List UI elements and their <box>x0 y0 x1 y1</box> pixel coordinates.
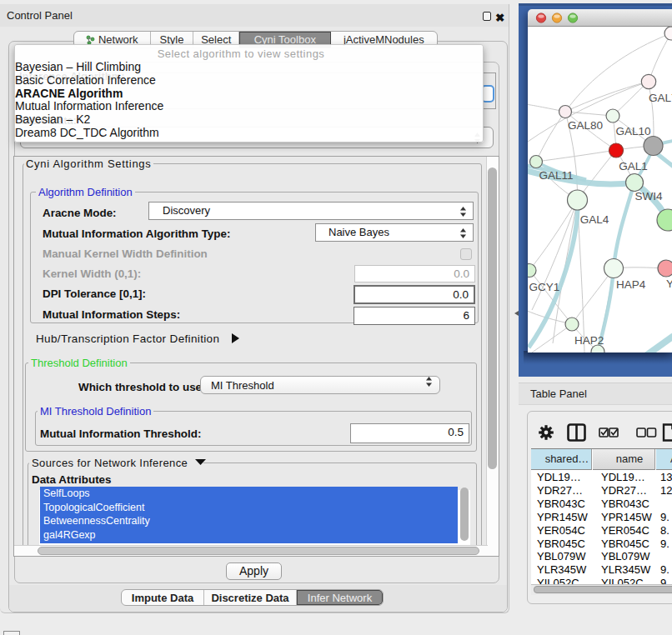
svg-text:GAL7: GAL7 <box>649 92 672 104</box>
svg-text:HAP2: HAP2 <box>574 334 604 347</box>
svg-text:HAP4: HAP4 <box>616 278 646 291</box>
svg-text:GAL11: GAL11 <box>539 169 573 182</box>
svg-text:SWI4: SWI4 <box>634 190 662 202</box>
svg-text:GAL1: GAL1 <box>619 160 648 172</box>
svg-text:GAL4: GAL4 <box>580 213 609 226</box>
svg-text:GAL10: GAL10 <box>615 125 650 138</box>
svg-text:GAL80: GAL80 <box>568 119 603 132</box>
svg-text:GCY1: GCY1 <box>529 281 560 293</box>
svg-text:YMR: YMR <box>666 278 672 290</box>
